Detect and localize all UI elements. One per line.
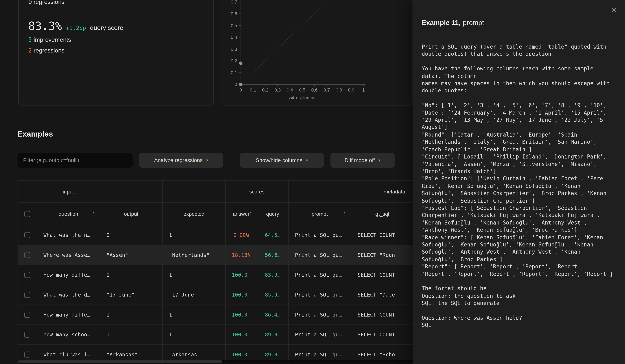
- row-checkbox[interactable]: [24, 351, 30, 358]
- row-checkbox[interactable]: [24, 312, 30, 318]
- row-checkbox[interactable]: [24, 332, 30, 338]
- panel-title-example: Example 11,: [422, 19, 461, 27]
- column-group-spacer: [100, 181, 163, 202]
- cell-expected: 1: [163, 225, 226, 245]
- column-header-answer[interactable]: answer⋮: [226, 203, 257, 225]
- cell-gt_sql: SELECT COUNT: [351, 265, 414, 285]
- show-hide-columns-button[interactable]: Show/hide columns ▾: [240, 153, 324, 168]
- y-tick-label: 0.4: [231, 35, 237, 40]
- row-select-cell: [18, 225, 37, 245]
- panel-title-field: prompt: [463, 19, 484, 27]
- y-tick-label: 0.3: [231, 47, 237, 52]
- column-header-expected[interactable]: expected⋮: [163, 203, 226, 225]
- cell-prompt: Print a SQL qu…: [289, 225, 351, 245]
- column-group-input: input: [37, 181, 100, 202]
- column-menu-icon[interactable]: ⋮: [280, 211, 285, 216]
- cell-query: 86.4…: [257, 305, 289, 325]
- examples-heading: Examples: [18, 130, 53, 139]
- cell-question: What was the n…: [37, 225, 100, 245]
- column-header-label: gt_sql: [375, 211, 389, 217]
- x-tick-label: 0.1: [250, 87, 256, 92]
- row-select-cell: [18, 325, 37, 344]
- x-axis-label: with-columns: [289, 95, 315, 100]
- regressions-line: 2 regressions: [28, 46, 64, 55]
- y-tick-label: 0: [235, 82, 237, 87]
- diff-mode-button[interactable]: Diff mode off ▾: [330, 153, 395, 168]
- column-group-scores: scores: [226, 181, 289, 202]
- column-header-prompt[interactable]: prompt⋮: [289, 203, 351, 225]
- close-icon[interactable]: ×: [611, 5, 617, 15]
- metrics-summary-card: 0 regressions 83.3% +1.2pp query score 5…: [18, 0, 214, 106]
- y-tick-label: 0.5: [231, 23, 237, 28]
- regressions-label: regressions: [33, 47, 64, 54]
- filter-input[interactable]: [18, 153, 133, 168]
- column-menu-icon[interactable]: ⋮: [405, 211, 410, 216]
- row-checkbox[interactable]: [24, 292, 30, 298]
- row-select-cell: [18, 245, 37, 265]
- column-menu-icon[interactable]: ⋮: [154, 211, 159, 216]
- cell-question: What was the d…: [37, 285, 100, 305]
- cell-prompt: Print a SQL qu…: [289, 285, 351, 305]
- analyze-regressions-button[interactable]: Analyze regressions ▾: [139, 153, 223, 168]
- cell-output: 1: [100, 325, 163, 344]
- panel-title: Example 11,prompt: [422, 19, 484, 27]
- y-tick-label: 0.2: [231, 58, 237, 63]
- column-menu-icon[interactable]: ⋮: [217, 211, 222, 216]
- cell-answer: 18.18%: [226, 245, 257, 265]
- row-checkbox[interactable]: [24, 232, 30, 238]
- select-all-checkbox[interactable]: [24, 211, 30, 217]
- column-header-output[interactable]: output⋮: [100, 203, 163, 225]
- previous-metric-regressions: 0 regressions: [28, 0, 64, 6]
- x-tick-label: 0.3: [274, 87, 281, 92]
- select-all-cell: [18, 203, 37, 225]
- column-menu-icon[interactable]: ⋮: [248, 211, 253, 216]
- column-header-question[interactable]: question⋮: [37, 203, 100, 225]
- cell-prompt: Print a SQL qu…: [289, 325, 351, 344]
- row-checkbox[interactable]: [24, 252, 30, 258]
- cell-answer: 100.0…: [226, 305, 257, 325]
- column-header-gt_sql[interactable]: gt_sql⋮: [351, 203, 414, 225]
- cell-question: How many diffe…: [37, 305, 100, 325]
- button-label: Show/hide columns: [256, 157, 302, 163]
- improvements-count: 5: [28, 36, 32, 43]
- x-tick-label: 0.9: [348, 87, 354, 92]
- cell-query: 64.5…: [257, 225, 289, 245]
- comparison-chart-card: 00.10.20.30.40.50.60.70.80.9100.10.20.30…: [221, 0, 413, 106]
- column-header-label: output: [124, 211, 138, 217]
- y-tick-label: 0.1: [231, 70, 237, 75]
- chevron-down-icon: ▾: [378, 158, 380, 162]
- cell-answer: 100.0…: [226, 285, 257, 305]
- column-menu-icon[interactable]: ⋮: [91, 211, 96, 216]
- scrollbar-thumb[interactable]: [18, 360, 222, 363]
- column-menu-icon[interactable]: ⋮: [342, 211, 347, 216]
- x-tick-label: 0.8: [336, 87, 342, 92]
- cell-output: 1: [100, 305, 163, 325]
- horizontal-scrollbar[interactable]: [18, 360, 413, 364]
- x-tick-label: 0.7: [324, 87, 330, 92]
- cell-answer: 100.0…: [226, 325, 257, 344]
- score-value: 83.3%: [28, 20, 62, 33]
- cell-query: 56.6…: [257, 245, 289, 265]
- column-header-label: query: [266, 211, 279, 217]
- data-point[interactable]: [239, 83, 243, 86]
- row-checkbox[interactable]: [24, 272, 30, 278]
- row-select-cell: [18, 285, 37, 305]
- cell-output: 1: [100, 265, 163, 285]
- column-group-spacer: [163, 181, 226, 202]
- column-group-label: metadata: [384, 189, 405, 195]
- column-header-label: question: [59, 211, 78, 217]
- column-group-label: input: [63, 189, 74, 195]
- cell-gt_sql: SELECT COUNT: [351, 325, 414, 344]
- row-select-cell: [18, 265, 37, 285]
- y-tick-label: 0.6: [231, 11, 237, 16]
- regressions-count: 2: [28, 47, 32, 54]
- column-header-label: prompt: [312, 211, 328, 217]
- data-point[interactable]: [239, 61, 243, 65]
- column-header-query[interactable]: query⋮: [257, 203, 289, 225]
- chevron-down-icon: ▾: [206, 158, 208, 162]
- cell-query: 89.8…: [257, 325, 289, 344]
- cell-query: 83.9…: [257, 265, 289, 285]
- x-tick-label: 0.6: [311, 87, 317, 92]
- x-tick-label: 0: [239, 87, 242, 92]
- cell-output: "17 June": [100, 285, 163, 305]
